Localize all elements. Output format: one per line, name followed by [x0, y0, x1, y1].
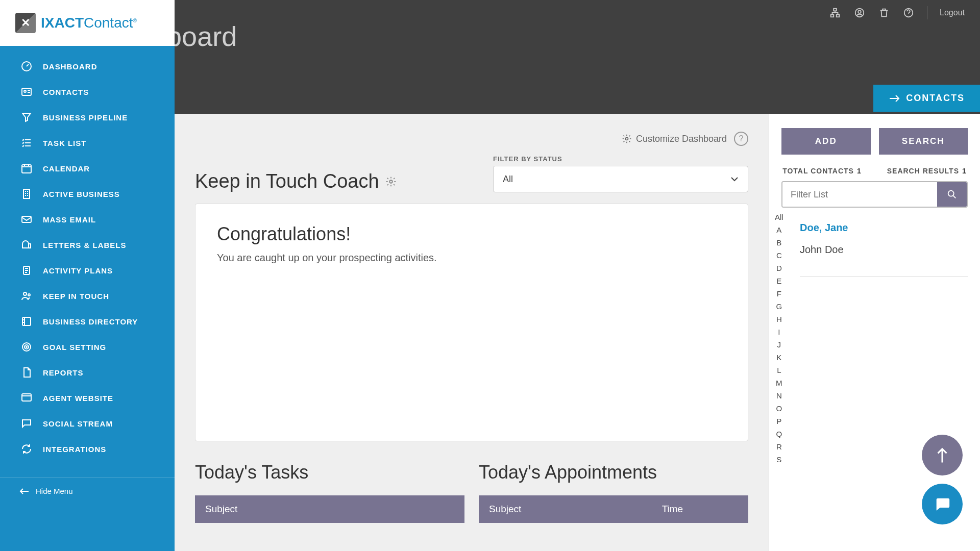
alpha-letter[interactable]: I: [775, 328, 783, 336]
nav-label: INTEGRATIONS: [43, 445, 106, 454]
appts-col-time: Time: [652, 495, 748, 523]
content-area: Customize Dashboard ? Keep in Touch Coac…: [175, 114, 769, 551]
alpha-letter[interactable]: R: [775, 442, 783, 451]
help-icon[interactable]: [902, 7, 915, 19]
coach-card: Congratulations! You are caught up on yo…: [195, 204, 748, 441]
nav-label: TASK LIST: [43, 139, 86, 147]
svg-point-18: [858, 10, 861, 13]
dashboard-help-icon[interactable]: ?: [734, 132, 748, 146]
nav-calendar[interactable]: CALENDAR: [0, 156, 175, 181]
alpha-letter[interactable]: O: [775, 404, 783, 413]
hide-menu-label: Hide Menu: [36, 487, 73, 495]
alpha-letter[interactable]: C: [775, 251, 783, 260]
alpha-letter[interactable]: D: [775, 264, 783, 272]
tasks-title: Today's Tasks: [195, 462, 464, 483]
nav-goal[interactable]: GOAL SETTING: [0, 334, 175, 360]
tasks-col-subject: Subject: [195, 495, 464, 523]
alpha-letter[interactable]: G: [775, 302, 783, 311]
filter-label: FILTER BY STATUS: [493, 155, 748, 163]
congrats-subtext: You are caught up on your prospecting ac…: [217, 252, 726, 264]
svg-point-21: [389, 180, 393, 183]
alpha-letter[interactable]: M: [775, 379, 783, 387]
chat-bubble-icon: [934, 495, 951, 513]
alpha-letter[interactable]: L: [775, 366, 783, 374]
nav-keep-in-touch[interactable]: KEEP IN TOUCH: [0, 283, 175, 309]
alpha-letter[interactable]: H: [775, 315, 783, 323]
alpha-letter[interactable]: B: [775, 238, 783, 247]
building-icon: [19, 187, 34, 201]
nav-integrations[interactable]: INTEGRATIONS: [0, 436, 175, 462]
coach-title: Keep in Touch Coach: [195, 170, 397, 192]
hide-menu-button[interactable]: Hide Menu: [0, 477, 175, 505]
funnel-icon: [19, 110, 34, 124]
nav-letters[interactable]: LETTERS & LABELS: [0, 232, 175, 258]
nav-mass-email[interactable]: MASS EMAIL: [0, 207, 175, 232]
filter-list-search: [781, 181, 968, 208]
svg-rect-5: [22, 216, 31, 222]
alpha-letter[interactable]: E: [775, 277, 783, 285]
search-results-count: SEARCH RESULTS1: [887, 167, 967, 175]
appts-table-header: Subject Time: [479, 495, 748, 523]
nav-label: AGENT WEBSITE: [43, 394, 113, 403]
filter-status-select[interactable]: All: [493, 166, 748, 192]
nav-label: ACTIVITY PLANS: [43, 266, 113, 275]
nav-activity-plans[interactable]: ACTIVITY PLANS: [0, 258, 175, 283]
svg-rect-16: [837, 15, 840, 17]
scroll-top-button[interactable]: [922, 435, 963, 475]
svg-point-20: [625, 138, 628, 140]
nav-reports[interactable]: REPORTS: [0, 360, 175, 385]
tasks-table-header: Subject: [195, 495, 464, 523]
alpha-letter[interactable]: K: [775, 353, 783, 362]
nav-contacts[interactable]: CONTACTS: [0, 79, 175, 105]
target-icon: [19, 340, 34, 354]
nav-active-business[interactable]: ACTIVE BUSINESS: [0, 181, 175, 207]
trash-icon[interactable]: [878, 7, 890, 19]
coach-settings-icon[interactable]: [385, 176, 397, 187]
filter-search-button[interactable]: [937, 182, 967, 207]
people-icon: [19, 289, 34, 303]
nav-label: BUSINESS PIPELINE: [43, 113, 128, 122]
nav-tasklist[interactable]: TASK LIST: [0, 130, 175, 156]
nav-label: CONTACTS: [43, 88, 89, 96]
nav-social[interactable]: SOCIAL STREAM: [0, 411, 175, 436]
svg-rect-9: [22, 317, 31, 325]
nav-directory[interactable]: BUSINESS DIRECTORY: [0, 309, 175, 334]
tasks-icon: [19, 136, 34, 150]
calendar-icon: [19, 161, 34, 176]
svg-point-22: [948, 191, 954, 196]
filter-list-input[interactable]: [782, 182, 937, 207]
search-button[interactable]: SEARCH: [879, 128, 968, 155]
alpha-letter[interactable]: J: [775, 340, 783, 349]
nav-label: REPORTS: [43, 368, 84, 377]
logo-text: IXACTContact®: [41, 15, 137, 31]
gauge-icon: [19, 59, 34, 73]
appts-title: Today's Appointments: [479, 462, 748, 483]
alpha-letter[interactable]: P: [775, 417, 783, 425]
congrats-heading: Congratulations!: [217, 223, 726, 245]
chat-widget-button[interactable]: [922, 484, 963, 524]
nav-pipeline[interactable]: BUSINESS PIPELINE: [0, 105, 175, 130]
user-icon[interactable]: [853, 7, 866, 19]
brand-logo: ✕ IXACTContact®: [0, 0, 175, 46]
coach-title-text: Keep in Touch Coach: [195, 170, 379, 192]
logout-link[interactable]: Logout: [940, 8, 965, 17]
contact-row[interactable]: John Doe: [800, 239, 968, 261]
alpha-letter[interactable]: N: [775, 391, 783, 400]
alpha-letter[interactable]: A: [775, 226, 783, 234]
nav-agent-website[interactable]: AGENT WEBSITE: [0, 385, 175, 411]
svg-point-7: [23, 292, 27, 295]
contact-row[interactable]: Doe, Jane: [800, 217, 968, 239]
id-card-icon: [19, 85, 34, 99]
customize-dashboard-link[interactable]: Customize Dashboard: [622, 134, 727, 144]
svg-point-2: [24, 90, 26, 92]
contacts-tab-label: CONTACTS: [906, 93, 965, 104]
alpha-letter[interactable]: Q: [775, 430, 783, 438]
alpha-letter[interactable]: S: [775, 455, 783, 464]
alpha-letter[interactable]: All: [775, 213, 783, 221]
contacts-tab-button[interactable]: CONTACTS: [873, 85, 980, 112]
alpha-letter[interactable]: F: [775, 289, 783, 298]
arrow-left-icon: [19, 488, 30, 495]
nav-dashboard[interactable]: DASHBOARD: [0, 54, 175, 79]
add-button[interactable]: ADD: [781, 128, 871, 155]
sitemap-icon[interactable]: [829, 7, 841, 19]
